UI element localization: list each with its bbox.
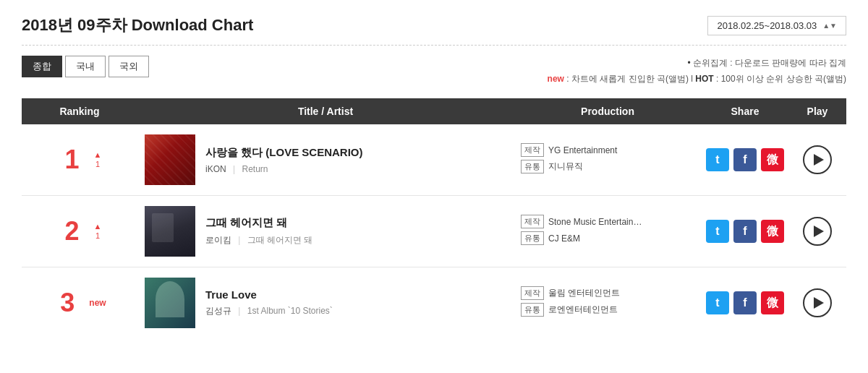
date-range-text: 2018.02.25~2018.03.03 bbox=[717, 20, 817, 31]
rank-number-2: 2 bbox=[58, 218, 87, 244]
col-share: Share bbox=[702, 106, 788, 117]
col-play: Play bbox=[788, 106, 846, 117]
page-title: 2018년 09주차 Download Chart bbox=[22, 14, 253, 36]
share-twitter-2[interactable]: t bbox=[706, 220, 729, 243]
rank-number-1: 1 bbox=[58, 147, 87, 173]
share-twitter-3[interactable]: t bbox=[706, 291, 729, 314]
album-art-3 bbox=[145, 278, 195, 328]
rank-change-1: ▲ 1 bbox=[94, 150, 102, 169]
chart-header: Ranking Title / Artist Production Share … bbox=[22, 98, 846, 124]
share-cell-2: t f 微 bbox=[702, 220, 788, 243]
production-cell-1: 제작 YG Entertainment 유통 지니뮤직 bbox=[514, 143, 702, 176]
ranking-cell-3: 3 new bbox=[22, 290, 137, 316]
play-button-2[interactable] bbox=[803, 217, 832, 246]
tab-domestic[interactable]: 국내 bbox=[65, 56, 106, 77]
production-cell-3: 제작 울림 엔터테인먼트 유통 로엔엔터테인먼트 bbox=[514, 286, 702, 320]
rank-change-3: new bbox=[89, 298, 106, 308]
tab-foreign[interactable]: 국외 bbox=[109, 56, 149, 77]
album-art-1 bbox=[145, 134, 195, 185]
legend-new-hot: new : 차트에 새롭게 진입한 곡(앨범) l HOT : 100위 이상 … bbox=[548, 72, 846, 87]
col-title-artist: Title / Artist bbox=[137, 106, 514, 117]
col-production: Production bbox=[514, 106, 702, 117]
col-ranking: Ranking bbox=[22, 106, 137, 117]
share-twitter-1[interactable]: t bbox=[706, 148, 729, 171]
date-selector-arrow: ▲▼ bbox=[822, 22, 837, 30]
tab-group: 종합 국내 국외 bbox=[22, 56, 149, 77]
header-row: 2018년 09주차 Download Chart 2018.02.25~201… bbox=[22, 14, 846, 36]
table-row: 1 ▲ 1 사랑을 했다 (LOVE SCENARIO) iKON | Retu… bbox=[22, 124, 846, 196]
play-cell-1 bbox=[788, 145, 846, 174]
song-title-3[interactable]: True Love bbox=[205, 288, 333, 301]
ranking-cell-1: 1 ▲ 1 bbox=[22, 147, 137, 173]
title-cell-2: 그때 헤어지면 돼 로이킴 | 그때 헤어지면 돼 bbox=[137, 206, 514, 257]
tab-legend-row: 종합 국내 국외 • 순위집계 : 다운로드 판매량에 따라 집계 new : … bbox=[22, 56, 846, 87]
share-weibo-1[interactable]: 微 bbox=[761, 148, 784, 171]
share-weibo-3[interactable]: 微 bbox=[761, 291, 784, 314]
share-facebook-3[interactable]: f bbox=[733, 291, 757, 314]
tab-all[interactable]: 종합 bbox=[22, 56, 62, 77]
song-info-2: 그때 헤어지면 돼 로이킴 | 그때 헤어지면 돼 bbox=[205, 216, 312, 246]
song-info-3: True Love 김성규 | 1st Album `10 Stories` bbox=[205, 288, 333, 317]
table-row: 3 new True Love 김성규 | 1st Album `10 Stor… bbox=[22, 267, 846, 338]
song-title-2[interactable]: 그때 헤어지면 돼 bbox=[205, 216, 312, 230]
album-art-2 bbox=[145, 206, 195, 257]
rank-number-3: 3 bbox=[53, 290, 82, 316]
song-info-1: 사랑을 했다 (LOVE SCENARIO) iKON | Return bbox=[205, 146, 363, 174]
song-meta-1: iKON | Return bbox=[205, 164, 363, 174]
share-facebook-1[interactable]: f bbox=[733, 148, 757, 171]
share-cell-1: t f 微 bbox=[702, 148, 788, 171]
song-meta-2: 로이킴 | 그때 헤어지면 돼 bbox=[205, 234, 312, 246]
legend: • 순위집계 : 다운로드 판매량에 따라 집계 new : 차트에 새롭게 진… bbox=[548, 56, 846, 87]
song-title-1[interactable]: 사랑을 했다 (LOVE SCENARIO) bbox=[205, 146, 363, 160]
table-row: 2 ▲ 1 그때 헤어지면 돼 로이킴 | 그때 헤어지면 돼 제작 Stone… bbox=[22, 196, 846, 267]
share-cell-3: t f 微 bbox=[702, 291, 788, 314]
date-selector[interactable]: 2018.02.25~2018.03.03 ▲▼ bbox=[707, 16, 846, 35]
production-cell-2: 제작 Stone Music Entertain… 유통 CJ E&M bbox=[514, 215, 702, 248]
play-button-3[interactable] bbox=[803, 288, 832, 317]
play-button-1[interactable] bbox=[803, 145, 832, 174]
song-meta-3: 김성규 | 1st Album `10 Stories` bbox=[205, 305, 333, 317]
legend-ranking: • 순위집계 : 다운로드 판매량에 따라 집계 bbox=[548, 56, 846, 72]
share-facebook-2[interactable]: f bbox=[733, 220, 757, 243]
header-divider bbox=[22, 45, 846, 46]
play-cell-2 bbox=[788, 217, 846, 246]
title-cell-3: True Love 김성규 | 1st Album `10 Stories` bbox=[137, 278, 514, 328]
share-weibo-2[interactable]: 微 bbox=[761, 220, 784, 243]
ranking-cell-2: 2 ▲ 1 bbox=[22, 218, 137, 244]
title-cell-1: 사랑을 했다 (LOVE SCENARIO) iKON | Return bbox=[137, 134, 514, 185]
rank-change-2: ▲ 1 bbox=[94, 222, 102, 241]
play-cell-3 bbox=[788, 288, 846, 317]
